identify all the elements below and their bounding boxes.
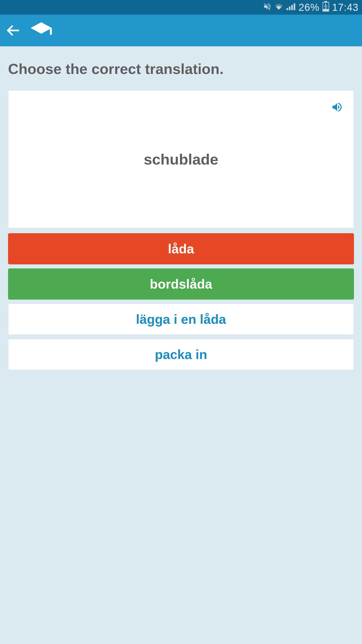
- wifi-icon: [274, 2, 284, 13]
- svg-rect-2: [291, 5, 293, 10]
- svg-rect-1: [289, 7, 290, 10]
- word-card: schublade: [8, 90, 354, 228]
- back-button[interactable]: [6, 23, 21, 38]
- answer-label: bordslåda: [150, 276, 212, 292]
- answer-option-0[interactable]: låda: [8, 233, 354, 264]
- status-bar: 26% 17:43: [0, 0, 362, 15]
- prompt-text: Choose the correct translation.: [8, 60, 354, 77]
- answer-option-1[interactable]: bordslåda: [8, 268, 354, 300]
- word-text: schublade: [144, 151, 218, 168]
- app-header: [0, 15, 362, 46]
- graduation-cap-icon: [30, 21, 53, 40]
- status-icons: [263, 2, 296, 13]
- cell-signal-icon: [286, 2, 296, 13]
- mute-icon: [263, 2, 272, 13]
- status-clock: 17:43: [332, 2, 358, 13]
- battery-percent: 26%: [299, 2, 320, 13]
- sound-button[interactable]: [331, 101, 343, 114]
- main-content: Choose the correct translation. schublad…: [0, 46, 362, 382]
- battery-charging-icon: [323, 1, 329, 14]
- answer-option-2[interactable]: lägga i en låda: [8, 304, 354, 335]
- answer-label: packa in: [155, 347, 207, 362]
- answer-label: låda: [168, 241, 194, 256]
- answer-label: lägga i en låda: [136, 312, 226, 327]
- svg-rect-0: [286, 8, 288, 10]
- answer-option-3[interactable]: packa in: [8, 339, 354, 370]
- svg-rect-3: [294, 3, 295, 10]
